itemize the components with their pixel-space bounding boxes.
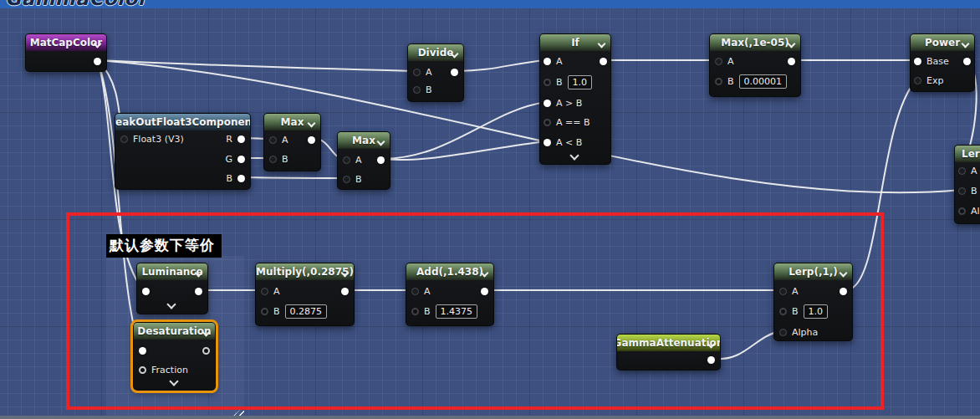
pin-label: B (282, 154, 288, 165)
input-pin[interactable] (958, 207, 966, 215)
output-pin[interactable] (94, 58, 101, 65)
input-pin[interactable] (544, 139, 551, 146)
node-max-2[interactable]: Max A B (337, 131, 390, 190)
output-pin-row[interactable] (377, 153, 385, 166)
input-pin-row[interactable]: A == B (544, 115, 590, 129)
output-pin[interactable] (600, 58, 607, 65)
input-pin-row[interactable]: A (715, 54, 734, 68)
input-pin[interactable] (544, 79, 551, 86)
input-pin[interactable] (413, 69, 421, 76)
output-pin[interactable] (451, 69, 458, 76)
input-pin[interactable] (120, 135, 128, 143)
annotation-red-rectangle (66, 212, 884, 410)
node-title: If (571, 37, 579, 49)
pin-label: B (727, 76, 734, 87)
node-max-1[interactable]: Max A B (263, 113, 321, 171)
value-input[interactable]: 0.00001 (739, 74, 788, 89)
input-pin[interactable] (914, 58, 921, 65)
output-pin[interactable] (237, 175, 245, 182)
pin-label: B (355, 174, 362, 185)
input-pin[interactable] (269, 136, 277, 144)
input-pin[interactable] (343, 176, 350, 183)
input-pin[interactable] (269, 156, 277, 163)
node-title: MatCapColor (30, 37, 103, 49)
output-pin-row[interactable]: G (225, 152, 245, 166)
input-pin-row[interactable]: A < B (544, 135, 582, 149)
input-pin-row[interactable]: A (269, 133, 288, 146)
output-pin-row[interactable] (94, 54, 101, 68)
input-pin-row[interactable]: B (269, 152, 288, 166)
output-pin[interactable] (237, 156, 245, 163)
node-title: Max (281, 116, 304, 128)
input-pin[interactable] (544, 58, 551, 65)
pin-label: G (225, 154, 232, 165)
node-if[interactable]: If A B 1.0 A > B A == B A < B (539, 33, 611, 165)
chevron-down-icon[interactable] (598, 40, 606, 49)
output-pin-row[interactable] (600, 54, 607, 68)
input-pin[interactable] (413, 86, 421, 94)
chevron-down-icon[interactable] (962, 40, 970, 49)
input-pin[interactable] (715, 58, 722, 65)
input-pin-row[interactable]: B 1.0 (544, 75, 592, 89)
output-pin-row[interactable]: R (226, 132, 245, 146)
output-pin-row[interactable] (963, 54, 971, 68)
pin-label: A (355, 155, 362, 166)
output-pin[interactable] (237, 135, 245, 143)
pin-label: A (282, 135, 288, 146)
input-pin[interactable] (958, 187, 966, 195)
output-pin-row[interactable]: B (226, 171, 245, 185)
node-max-eps[interactable]: Max(,1e-05) A B 0.00001 (709, 33, 801, 97)
node-matcapcolor[interactable]: MatCapColor (25, 33, 107, 72)
pin-label: Base (926, 56, 949, 67)
input-pin-row[interactable]: A (544, 54, 563, 68)
input-pin-row[interactable]: Exp (914, 74, 943, 87)
input-pin-row[interactable]: B (413, 83, 432, 96)
input-pin[interactable] (958, 167, 966, 175)
node-title: Lerp(, (962, 148, 980, 160)
graph-title: GammaColor (5, 0, 148, 8)
input-pin[interactable] (544, 100, 551, 107)
input-pin-row[interactable]: Base (914, 54, 949, 68)
graph-title-bar: GammaColor (0, 0, 980, 8)
input-pin-row[interactable]: A (958, 164, 977, 177)
node-title: Divide (418, 47, 454, 59)
chevron-down-icon[interactable] (377, 138, 385, 146)
input-pin-row[interactable]: Float3 (V3) (120, 132, 184, 146)
input-pin-row[interactable]: A (343, 153, 362, 166)
pin-label: A (426, 67, 432, 78)
input-pin-row[interactable]: A > B (544, 96, 582, 110)
value-input[interactable]: 1.0 (568, 75, 593, 89)
pin-label: A (971, 166, 977, 176)
input-pin[interactable] (343, 156, 350, 164)
output-pin-row[interactable] (788, 54, 795, 68)
output-pin-row[interactable] (308, 133, 315, 146)
node-breakoutfloat3[interactable]: BreakOutFloat3Components Float3 (V3) R G… (115, 113, 251, 190)
material-graph-canvas[interactable]: GammaColor 默认参数下等价 MatCapColor (0, 0, 980, 419)
input-pin[interactable] (914, 77, 921, 84)
output-pin[interactable] (963, 58, 971, 65)
output-pin[interactable] (377, 156, 385, 164)
pin-label: B (971, 186, 977, 197)
pin-label: A < B (556, 137, 582, 148)
pin-label: R (226, 134, 232, 145)
input-pin-row[interactable]: B (958, 184, 977, 197)
node-lerp-right[interactable]: Lerp(, A B Alpha (954, 145, 980, 224)
input-pin[interactable] (544, 119, 551, 126)
input-pin-row[interactable]: B (343, 172, 362, 186)
node-divide[interactable]: Divide A B (407, 43, 464, 102)
chevron-down-icon[interactable] (308, 120, 316, 128)
pin-label: Alpha (971, 206, 980, 217)
output-pin[interactable] (788, 58, 795, 65)
input-pin-row[interactable]: B 0.00001 (715, 74, 787, 88)
output-pin[interactable] (308, 136, 315, 144)
input-pin-row[interactable]: A (413, 65, 432, 79)
output-pin-row[interactable] (451, 65, 458, 79)
input-pin-row[interactable]: Alpha (958, 204, 980, 217)
pin-label: A > B (556, 98, 582, 109)
pin-label: B (226, 173, 232, 184)
node-title: Max (352, 135, 375, 146)
input-pin[interactable] (715, 78, 722, 85)
pin-label: A (556, 56, 563, 67)
node-power[interactable]: Power Base Exp (910, 33, 975, 92)
expand-chevron-icon[interactable] (569, 151, 579, 160)
